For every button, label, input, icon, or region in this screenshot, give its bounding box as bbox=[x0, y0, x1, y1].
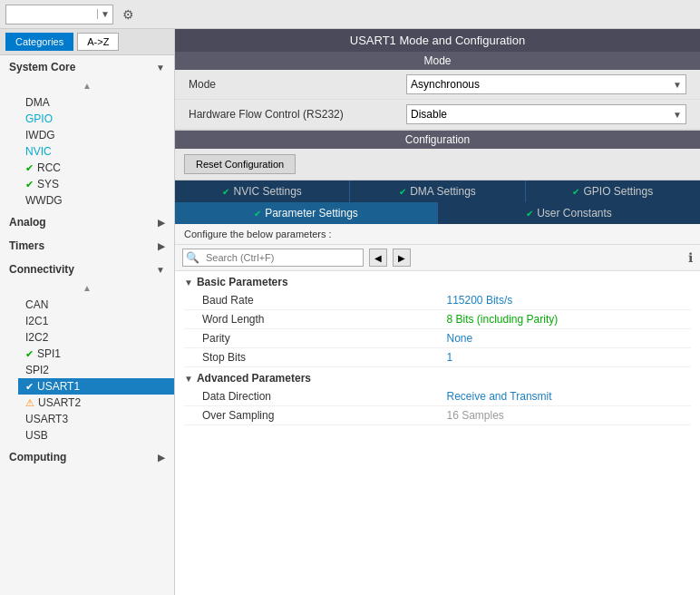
sidebar-item-usart2[interactable]: ⚠ USART2 bbox=[18, 395, 174, 411]
mode-select-arrow: ▼ bbox=[673, 80, 682, 90]
basic-params-group-header[interactable]: ▼ Basic Parameters bbox=[184, 271, 691, 291]
param-tab-label: Parameter Settings bbox=[265, 207, 358, 219]
word-length-label: Word Length bbox=[202, 313, 447, 326]
section-label-computing: Computing bbox=[9, 451, 66, 463]
mode-select-flow[interactable]: Disable ▼ bbox=[406, 104, 686, 124]
sidebar-item-wwdg[interactable]: WWDG bbox=[18, 192, 174, 209]
mode-row-mode: Mode Asynchronous ▼ bbox=[175, 70, 700, 100]
info-icon[interactable]: ℹ bbox=[688, 250, 693, 265]
section-header-computing[interactable]: Computing ▶ bbox=[0, 445, 174, 469]
usart3-label: USART3 bbox=[25, 413, 68, 425]
stop-bits-label: Stop Bits bbox=[202, 351, 447, 364]
params-area: ▼ Basic Parameters Baud Rate 115200 Bits… bbox=[175, 271, 700, 595]
config-section: Configuration Reset Configuration ✔ NVIC… bbox=[175, 131, 700, 595]
param-search-input[interactable] bbox=[202, 252, 363, 263]
tab-nvic-settings[interactable]: ✔ NVIC Settings bbox=[175, 180, 350, 202]
section-label-timers: Timers bbox=[9, 239, 44, 252]
section-label-system-core: System Core bbox=[9, 61, 75, 73]
tab-parameter-settings[interactable]: ✔ Parameter Settings bbox=[175, 202, 438, 224]
section-header-system-core[interactable]: System Core ▼ bbox=[0, 55, 174, 79]
config-header: Configuration bbox=[175, 131, 700, 149]
sidebar-item-i2c1[interactable]: I2C1 bbox=[18, 313, 174, 329]
next-nav-button[interactable]: ▶ bbox=[393, 249, 411, 267]
baud-rate-value: 115200 Bits/s bbox=[447, 294, 692, 307]
advanced-params-group-header[interactable]: ▼ Advanced Parameters bbox=[184, 367, 691, 387]
mode-select-mode[interactable]: Asynchronous ▼ bbox=[406, 74, 686, 94]
usart2-label: USART2 bbox=[38, 396, 81, 409]
sidebar-item-dma[interactable]: DMA bbox=[18, 94, 174, 111]
tab-gpio-settings[interactable]: ✔ GPIO Settings bbox=[526, 180, 700, 202]
tab-categories[interactable]: Categories bbox=[5, 33, 73, 51]
user-tab-label: User Constants bbox=[537, 207, 612, 219]
mode-label-mode: Mode bbox=[189, 78, 397, 91]
param-search-row: 🔍 ◀ ▶ ℹ bbox=[175, 245, 700, 271]
spi1-check-icon: ✔ bbox=[25, 348, 34, 360]
param-row-data-direction: Data Direction Receive and Transmit bbox=[184, 387, 691, 406]
section-label-analog: Analog bbox=[9, 216, 46, 229]
sidebar-item-i2c2[interactable]: I2C2 bbox=[18, 329, 174, 346]
gear-icon[interactable]: ⚙ bbox=[119, 5, 139, 24]
parity-label: Parity bbox=[202, 332, 447, 345]
sidebar-item-usart1[interactable]: ✔ USART1 bbox=[18, 378, 174, 395]
parity-value: None bbox=[447, 332, 692, 345]
search-input[interactable] bbox=[6, 9, 97, 20]
basic-params-label: Basic Parameters bbox=[197, 276, 288, 288]
section-header-analog[interactable]: Analog ▶ bbox=[0, 210, 174, 234]
section-header-timers[interactable]: Timers ▶ bbox=[0, 234, 174, 258]
usart1-check-icon: ✔ bbox=[25, 381, 34, 393]
param-tab-check-icon: ✔ bbox=[254, 209, 261, 219]
prev-nav-button[interactable]: ◀ bbox=[369, 249, 387, 267]
dma-tab-check-icon: ✔ bbox=[399, 187, 406, 197]
sidebar-item-iwdg[interactable]: IWDG bbox=[18, 127, 174, 143]
sidebar-item-sys[interactable]: ✔ SYS bbox=[18, 176, 174, 192]
section-timers: Timers ▶ bbox=[0, 234, 174, 258]
param-row-word-length: Word Length 8 Bits (including Parity) bbox=[184, 310, 691, 329]
sidebar-item-usb[interactable]: USB bbox=[18, 427, 174, 444]
dma-tab-label: DMA Settings bbox=[410, 185, 476, 198]
stop-bits-value: 1 bbox=[447, 351, 692, 364]
tab-dma-settings[interactable]: ✔ DMA Settings bbox=[350, 180, 525, 202]
connectivity-items: CAN I2C1 I2C2 ✔ SPI1 SPI2 ✔ USART1 ⚠ USA… bbox=[0, 295, 174, 445]
mode-header: Mode bbox=[175, 52, 700, 70]
gpio-label: GPIO bbox=[25, 112, 53, 125]
data-direction-value: Receive and Transmit bbox=[447, 390, 692, 403]
basic-group-arrow-icon: ▼ bbox=[184, 278, 193, 288]
sidebar-item-gpio[interactable]: GPIO bbox=[18, 111, 174, 127]
over-sampling-value: 16 Samples bbox=[447, 409, 692, 422]
section-header-connectivity[interactable]: Connectivity ▼ bbox=[0, 258, 174, 281]
section-system-core: System Core ▼ ▲ DMA GPIO IWDG NVIC ✔ RCC… bbox=[0, 55, 174, 210]
mode-section: Mode Mode Asynchronous ▼ Hardware Flow C… bbox=[175, 52, 700, 131]
section-label-connectivity: Connectivity bbox=[9, 263, 74, 276]
wwdg-label: WWDG bbox=[25, 194, 63, 207]
advanced-params-label: Advanced Parameters bbox=[197, 372, 311, 385]
sidebar-item-rcc[interactable]: ✔ RCC bbox=[18, 160, 174, 176]
sidebar-item-spi1[interactable]: ✔ SPI1 bbox=[18, 346, 174, 362]
system-core-items: DMA GPIO IWDG NVIC ✔ RCC ✔ SYS WWDG bbox=[0, 93, 174, 210]
reset-config-button[interactable]: Reset Configuration bbox=[184, 154, 296, 174]
sidebar-item-can[interactable]: CAN bbox=[18, 297, 174, 313]
sys-check-icon: ✔ bbox=[25, 179, 34, 190]
search-box[interactable]: ▼ bbox=[5, 5, 113, 24]
section-computing: Computing ▶ bbox=[0, 445, 174, 469]
tab-az[interactable]: A->Z bbox=[77, 33, 119, 51]
configure-label: Configure the below parameters : bbox=[175, 224, 700, 245]
tab-user-constants[interactable]: ✔ User Constants bbox=[438, 202, 700, 224]
mode-row-flow: Hardware Flow Control (RS232) Disable ▼ bbox=[175, 100, 700, 130]
param-search-box[interactable]: 🔍 bbox=[182, 249, 364, 267]
panel-title: USART1 Mode and Configuration bbox=[175, 29, 700, 52]
scroll-up-system-core[interactable]: ▲ bbox=[0, 79, 174, 93]
spi1-label: SPI1 bbox=[37, 347, 61, 360]
section-connectivity: Connectivity ▼ ▲ CAN I2C1 I2C2 ✔ SPI1 SP… bbox=[0, 258, 174, 445]
user-tab-check-icon: ✔ bbox=[526, 209, 533, 219]
sys-label: SYS bbox=[37, 178, 59, 190]
mode-select-flow-value: Disable bbox=[411, 108, 447, 121]
sidebar-item-usart3[interactable]: USART3 bbox=[18, 411, 174, 427]
gpio-tab-check-icon: ✔ bbox=[572, 187, 579, 197]
config-tab-row-2: ✔ Parameter Settings ✔ User Constants bbox=[175, 202, 700, 224]
dma-label: DMA bbox=[25, 96, 50, 109]
mode-label-flow: Hardware Flow Control (RS232) bbox=[189, 108, 397, 121]
sidebar-item-spi2[interactable]: SPI2 bbox=[18, 362, 174, 378]
scroll-up-connectivity[interactable]: ▲ bbox=[0, 281, 174, 295]
advanced-group-arrow-icon: ▼ bbox=[184, 374, 193, 384]
sidebar-item-nvic[interactable]: NVIC bbox=[18, 143, 174, 160]
